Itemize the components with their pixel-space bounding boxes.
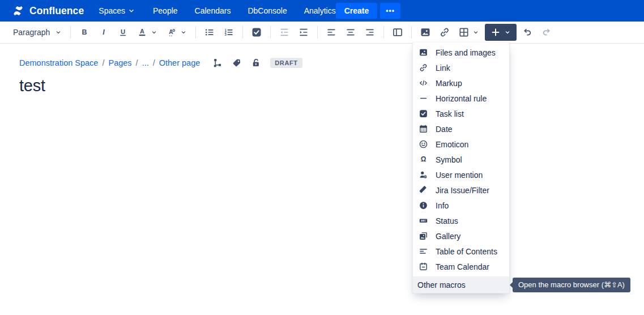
menu-item-horizontal-rule[interactable]: Horizontal rule (413, 91, 509, 106)
more-formatting-button[interactable]: A (163, 24, 190, 40)
numbered-list-button[interactable]: 123 (220, 24, 237, 40)
mention-icon: @ (419, 170, 428, 180)
redo-button[interactable] (538, 24, 555, 40)
nav-item-label: People (153, 6, 178, 15)
text-color-button[interactable]: A (134, 24, 161, 40)
nav-item-analytics[interactable]: Analytics (304, 6, 336, 15)
menu-item-markup[interactable]: Markup (413, 75, 509, 91)
nav-item-spaces[interactable]: Spaces (99, 6, 136, 15)
menu-item-user-mention[interactable]: @User mention (413, 167, 509, 182)
menu-item-label: Table of Contents (436, 247, 497, 256)
menu-item-link[interactable]: Link (413, 60, 509, 75)
menu-item-label: User mention (436, 171, 483, 180)
bold-button[interactable]: B (76, 24, 93, 40)
nav-item-label: Spaces (99, 6, 125, 15)
chevron-icon (504, 28, 511, 36)
indent-button[interactable] (295, 24, 312, 40)
macro-browser-tooltip: Open the macro browser (⌘⇧A) (513, 278, 630, 292)
nav-item-people[interactable]: People (153, 6, 178, 15)
text-style-label: Paragraph (10, 28, 52, 37)
toolbar-separator (70, 26, 71, 39)
nav-item-calendars[interactable]: Calendars (195, 6, 231, 15)
insert-link-button[interactable] (436, 24, 453, 40)
task-list-button[interactable] (248, 24, 265, 40)
page-title-field[interactable]: test (19, 76, 644, 95)
date-icon (419, 124, 428, 134)
toolbar-separator (383, 26, 384, 39)
create-button[interactable]: Create (336, 3, 378, 19)
undo-button[interactable] (519, 24, 536, 40)
table-icon (458, 27, 470, 38)
task-icon (419, 109, 428, 118)
breadcrumb-links: Demonstration Space/Pages/.../Other page (19, 58, 200, 67)
underline-icon: U (117, 27, 129, 38)
chevron-icon (150, 28, 158, 36)
menu-item-team-calendar[interactable]: Team Calendar (413, 259, 509, 274)
bold-icon: B (79, 27, 90, 38)
info-icon (419, 201, 428, 210)
chevron-icon (472, 28, 480, 36)
menu-item-date[interactable]: Date (413, 121, 509, 137)
breadcrumb-separator: / (153, 58, 155, 67)
menu-item-gallery[interactable]: Gallery (413, 228, 509, 244)
insert-menu-items: Files and imagesLinkMarkupHorizontal rul… (413, 45, 509, 274)
hr-icon (419, 93, 428, 103)
page-layout-button[interactable] (389, 24, 406, 40)
svg-text:ABC: ABC (421, 219, 426, 222)
menu-item-status[interactable]: ABCStatus (413, 213, 509, 228)
markup-icon (419, 78, 428, 88)
symbol-icon: Ω (419, 155, 428, 164)
breadcrumb-link-demonstration-space[interactable]: Demonstration Space (19, 58, 98, 67)
bullet-list-icon (204, 27, 215, 38)
menu-item-label: Other macros (417, 280, 466, 290)
toolbar-separator (270, 26, 271, 39)
align-left-icon (326, 27, 337, 38)
undo-icon (522, 27, 533, 38)
insert-files-button[interactable] (417, 24, 434, 40)
svg-text:Ω: Ω (421, 155, 427, 163)
confluence-logo-icon (11, 4, 25, 18)
menu-item-label: Jira Issue/Filter (436, 186, 489, 195)
menu-item-files-and-images[interactable]: Files and images (413, 45, 509, 60)
brand-name: Confluence (29, 5, 84, 17)
confluence-home-link[interactable]: Confluence (11, 4, 84, 18)
breadcrumb-link-[interactable]: ... (142, 58, 149, 67)
labels-icon[interactable] (232, 58, 242, 68)
align-center-button[interactable] (342, 24, 359, 40)
chevron-icon (180, 28, 187, 36)
menu-item-label: Files and images (436, 48, 496, 57)
insert-table-button[interactable] (455, 24, 483, 40)
menu-item-table-of-contents[interactable]: Table of Contents (413, 244, 509, 259)
menu-item-task-list[interactable]: Task list (413, 106, 509, 121)
menu-item-symbol[interactable]: ΩSymbol (413, 152, 509, 167)
nav-item-label: Calendars (195, 6, 231, 15)
nav-item-label: DbConsole (248, 6, 287, 15)
svg-text:U: U (121, 28, 125, 35)
breadcrumb-link-pages[interactable]: Pages (108, 58, 131, 67)
align-left-button[interactable] (323, 24, 340, 40)
menu-item-info[interactable]: Info (413, 198, 509, 213)
toc-icon (419, 246, 428, 256)
bullet-list-button[interactable] (201, 24, 218, 40)
nav-item-dbconsole[interactable]: DbConsole (248, 6, 287, 15)
breadcrumb-link-other-page[interactable]: Other page (159, 58, 201, 67)
unrestricted-icon[interactable] (251, 58, 261, 68)
insert-more-content-button[interactable] (485, 24, 517, 41)
menu-item-label: Status (436, 216, 458, 225)
svg-text:I: I (103, 28, 105, 36)
menu-item-jira-issue-filter[interactable]: Jira Issue/Filter (413, 182, 509, 198)
outdent-button[interactable] (276, 24, 293, 40)
underline-button[interactable]: U (114, 24, 131, 40)
chevron-icon (127, 6, 136, 15)
task-icon (251, 27, 262, 38)
menu-item-other-macros[interactable]: Other macros (413, 277, 509, 293)
page-tree-icon[interactable] (212, 58, 223, 68)
menu-item-emoticon[interactable]: Emoticon (413, 137, 509, 152)
italic-button[interactable]: I (95, 24, 112, 40)
text-style-select[interactable]: Paragraph (7, 25, 65, 39)
svg-text:@: @ (424, 175, 427, 178)
navbar-more-button[interactable]: ••• (380, 3, 400, 19)
align-right-button[interactable] (361, 24, 378, 40)
team-calendar-icon (419, 262, 428, 271)
image-icon (420, 27, 431, 38)
